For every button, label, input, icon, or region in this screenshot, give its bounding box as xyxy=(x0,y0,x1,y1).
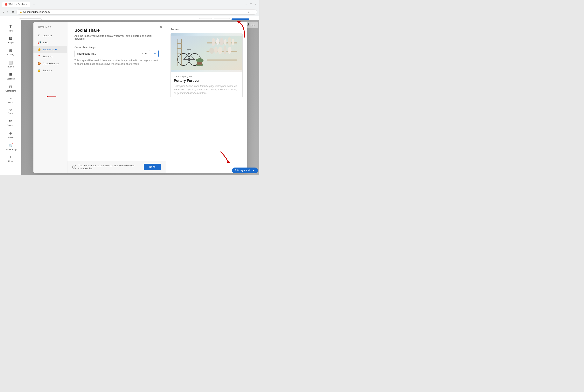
back-button[interactable]: ‹ xyxy=(2,10,5,14)
preview-desc: Description here is taken from the page … xyxy=(174,84,239,95)
svg-point-6 xyxy=(220,38,224,46)
settings-nav-tracking[interactable]: 📍 Tracking xyxy=(34,53,67,60)
settings-description: Add the image you want to display when y… xyxy=(74,34,159,40)
svg-point-12 xyxy=(218,47,222,54)
contact-label: Contact xyxy=(7,124,14,126)
sidebar-item-containers[interactable]: ⊟ Containers xyxy=(0,82,21,94)
address-right: ☆ ⋮ xyxy=(248,10,254,14)
more-label: More xyxy=(8,160,13,162)
svg-point-14 xyxy=(228,47,231,54)
image-label: Social share image xyxy=(74,46,159,48)
close-button[interactable]: × xyxy=(254,3,257,6)
sidebar-item-menu[interactable]: ≡ Menu xyxy=(0,95,21,106)
svg-rect-29 xyxy=(177,48,182,49)
preview-card: one-example guide Pottery Forever Descri… xyxy=(170,33,242,98)
forward-button[interactable]: › xyxy=(6,10,9,14)
image-form-group: Social share image background-im... × ··… xyxy=(74,46,159,66)
menu-label: Menu xyxy=(8,102,14,104)
sidebar-item-contact[interactable]: ✉ Contact xyxy=(0,117,21,128)
code-label: Code xyxy=(8,112,13,114)
chevron-up-icon: ▲ xyxy=(252,169,255,172)
minimize-button[interactable]: − xyxy=(245,3,248,6)
sidebar-item-more[interactable]: + More xyxy=(0,153,21,164)
sidebar-item-image[interactable]: 🖼 Image xyxy=(0,34,21,46)
sections-label: Sections xyxy=(6,78,14,80)
image-clear-icon[interactable]: × xyxy=(142,52,143,55)
more-icon[interactable]: ⋮ xyxy=(252,10,254,14)
svg-rect-31 xyxy=(177,59,182,59)
maximize-button[interactable]: □ xyxy=(250,3,252,6)
svg-rect-27 xyxy=(181,39,182,66)
general-icon: ⚙ xyxy=(37,34,41,37)
tip-bar: i Tip: Remember to publish your site to … xyxy=(68,161,166,173)
preview-image xyxy=(171,33,242,72)
close-button[interactable]: ✕ xyxy=(160,25,162,29)
svg-point-7 xyxy=(224,39,226,45)
menu-icon: ≡ xyxy=(10,96,12,101)
image-edit-button[interactable]: ✏ xyxy=(152,50,159,57)
image-icon: 🖼 xyxy=(9,36,12,40)
security-label: Security xyxy=(43,69,52,72)
containers-icon: ⊟ xyxy=(9,84,12,89)
done-button[interactable]: Done xyxy=(144,164,161,170)
bookmark-icon[interactable]: ☆ xyxy=(248,10,250,14)
svg-rect-28 xyxy=(177,43,182,44)
cookie-icon: 🍪 xyxy=(37,62,41,65)
address-bar[interactable]: 🔒 websitebuilder.one.com ☆ ⋮ xyxy=(16,9,257,14)
refresh-button[interactable]: ↻ xyxy=(11,9,15,14)
image-input[interactable]: background-im... × ··· xyxy=(74,50,150,57)
edit-page-again-button[interactable]: Edit page again ▲ xyxy=(232,168,258,173)
sidebar-item-gallery[interactable]: ⊞ Gallery xyxy=(0,46,21,58)
image-dots-button[interactable]: ··· xyxy=(145,52,148,56)
image-label: Image xyxy=(8,42,14,44)
svg-rect-3 xyxy=(207,60,237,60)
sidebar-item-social[interactable]: ⊕ Social xyxy=(0,129,21,140)
svg-rect-30 xyxy=(177,54,182,54)
button-icon: ⬜ xyxy=(8,60,13,65)
more-icon: + xyxy=(10,155,12,159)
url-text: websitebuilder.one.com xyxy=(23,10,50,14)
browser-tab[interactable]: 🔴 Website Builder × xyxy=(2,2,30,7)
seo-icon: 📢 xyxy=(37,41,41,44)
settings-nav-seo[interactable]: 📢 SEO xyxy=(34,39,67,46)
new-tab-button[interactable]: + xyxy=(32,2,37,6)
image-input-row: background-im... × ··· ✏ xyxy=(74,50,159,57)
settings-title: SETTINGS xyxy=(34,26,67,32)
settings-nav-general[interactable]: ⚙ General xyxy=(34,32,67,39)
preview-area: Preview xyxy=(166,22,247,173)
contact-icon: ✉ xyxy=(9,119,12,124)
tab-title: Website Builder xyxy=(8,3,25,6)
sidebar-item-code[interactable]: </> Code xyxy=(0,106,21,116)
svg-marker-34 xyxy=(47,96,48,98)
preview-card-body: one-example guide Pottery Forever Descri… xyxy=(171,72,242,98)
general-label: General xyxy=(43,34,52,37)
tip-icon: i xyxy=(72,165,76,169)
main-content: BE AN ARTISAN Online Shop SETTINGS ⚙ Gen… xyxy=(22,20,259,175)
svg-marker-33 xyxy=(226,160,230,163)
preview-image-svg xyxy=(171,33,242,72)
settings-nav-social-share[interactable]: 👍 Social share xyxy=(34,46,67,53)
svg-point-11 xyxy=(214,47,218,54)
sidebar-item-button[interactable]: ⬜ Button xyxy=(0,58,21,70)
settings-nav-security[interactable]: 🔒 Security xyxy=(34,67,67,74)
sidebar-item-online-shop[interactable]: 🛒 Online Shop xyxy=(0,141,21,152)
info-icon: i xyxy=(74,166,75,168)
gallery-icon: ⊞ xyxy=(9,48,12,53)
lock-icon: 🔒 xyxy=(19,11,22,14)
settings-nav-cookie[interactable]: 🍪 Cookie banner xyxy=(34,60,67,67)
tip-message: Remember to publish your site to make th… xyxy=(78,164,134,170)
text-icon: T xyxy=(9,24,12,29)
settings-panel: SETTINGS ⚙ General 📢 SEO 👍 Social share … xyxy=(34,22,247,173)
cookie-label: Cookie banner xyxy=(43,62,59,65)
social-icon: ⊕ xyxy=(9,131,12,136)
sidebar-item-text[interactable]: T Text xyxy=(0,22,21,34)
sidebar-item-sections[interactable]: ☰ Sections xyxy=(0,70,21,82)
form-hint: This image will be used, if there are no… xyxy=(74,59,159,66)
tip-prefix: Tip: xyxy=(78,164,83,167)
settings-content: ✕ Social share Add the image you want to… xyxy=(68,22,166,173)
seo-label: SEO xyxy=(43,41,48,44)
tab-close-icon[interactable]: × xyxy=(26,3,28,6)
code-icon: </> xyxy=(9,108,12,111)
tracking-label: Tracking xyxy=(43,55,52,58)
svg-point-4 xyxy=(212,38,215,46)
